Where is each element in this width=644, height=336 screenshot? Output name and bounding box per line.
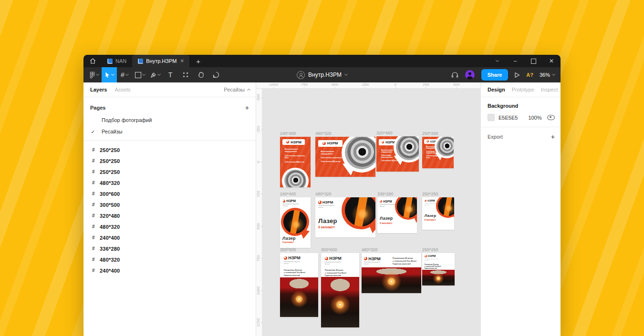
layer-row[interactable]: #300*600 (83, 188, 256, 199)
zoom-level-control[interactable]: 36% (540, 72, 555, 78)
layer-row[interactable]: #320*480 (83, 210, 256, 221)
chevron-down-icon (157, 72, 160, 76)
layer-row[interactable]: #480*320 (83, 177, 256, 188)
layer-row[interactable]: #480*320 (83, 254, 256, 265)
canvas-frame-250x250[interactable]: 250*250 НЗРМ Новосибирский завод резки м… (422, 253, 455, 285)
window-menu-button[interactable] (488, 55, 506, 67)
zoom-level: 36% (540, 72, 550, 78)
frame-label[interactable]: 250*250 (422, 131, 438, 136)
frame-label[interactable]: 250*250 (422, 247, 438, 252)
banner-red-landscape: НЗРМ »Высокомощное оборудование »Собстве… (315, 137, 375, 177)
canvas-frame-336x280[interactable]: 336*280 НЗРМ Новосибирский завод резки м… (377, 197, 417, 233)
frame-label[interactable]: 240*400 (280, 131, 296, 136)
new-tab-button[interactable]: + (189, 55, 207, 67)
document-title-chip[interactable]: Внутр.НЗРМ (297, 67, 347, 82)
tab-vnutr-nzrm[interactable]: Внутр.НЗРМ × (132, 55, 189, 67)
canvas-frame-240x400[interactable]: 240*400 НЗРМ »Высокомощное оборудование … (280, 137, 311, 187)
page-selector[interactable]: Ресайзы (224, 87, 250, 92)
background-opacity-value[interactable]: 100% (528, 115, 541, 121)
canvas-frame-480x320[interactable]: 480*320 НЗРМ Новосибирский завод резки м… (315, 197, 375, 237)
add-export-button[interactable]: + (551, 133, 555, 141)
resources-button[interactable] (178, 67, 193, 82)
page-item-current[interactable]: ✓ Ресайзы (83, 126, 256, 137)
frame-label[interactable]: 240*400 (280, 192, 296, 196)
frame-label[interactable]: 480*320 (362, 247, 378, 252)
layer-name: 240*400 (100, 268, 120, 274)
frame-label[interactable]: 250*250 (422, 192, 438, 196)
frame-label[interactable]: 300*600 (321, 247, 337, 252)
tab-nan[interactable]: NAN (102, 55, 132, 67)
frame-label[interactable]: 480*320 (315, 192, 332, 196)
canvas-frame-240x400[interactable]: 240*400 НЗРМ Новосибирский завод резки м… (280, 197, 311, 248)
shape-tool-button[interactable] (132, 67, 147, 82)
canvas-frame-250x250[interactable]: 250*250 НЗРМ Новосибирский завод резки м… (422, 197, 454, 230)
banner-title: Лазер (425, 214, 436, 218)
canvas-frame-320x480[interactable]: 320*480 НЗРМ »Высокомощное оборудование … (376, 136, 419, 172)
layer-row[interactable]: #250*250 (83, 166, 256, 177)
home-button[interactable] (83, 55, 102, 67)
share-button[interactable]: Share (481, 69, 509, 81)
tab-design[interactable]: Design (488, 87, 505, 92)
color-swatch[interactable] (488, 114, 495, 121)
layer-row[interactable]: #336*280 (83, 243, 256, 254)
nzrm-logo-icon (325, 257, 328, 260)
frame-label[interactable]: 480*320 (315, 131, 332, 136)
canvas-frame-250x250[interactable]: 250*250 НЗРМ »Высокомощное оборудование … (422, 137, 454, 168)
pen-tool-button[interactable] (147, 67, 163, 82)
hand-tool-button[interactable] (193, 67, 208, 82)
maximize-icon (531, 59, 536, 64)
layers-panel-header: Layers Assets Ресайзы (83, 82, 256, 97)
visibility-eye-icon[interactable] (547, 115, 555, 120)
user-avatar[interactable] (465, 70, 475, 80)
present-play-icon[interactable] (514, 72, 520, 78)
layer-list: #250*250 #250*250 #250*250 #480*320 #300… (83, 141, 256, 276)
frame-label[interactable]: 300*500 (280, 247, 296, 252)
text-tool-button[interactable]: T (163, 67, 178, 82)
banner-subtitle: 6 киловатт (425, 219, 436, 221)
layer-row[interactable]: #240*400 (83, 232, 256, 243)
page-item[interactable]: Подбор фотографий (83, 114, 256, 126)
layer-row[interactable]: #250*250 (83, 144, 256, 155)
main-menu-button[interactable] (86, 67, 102, 82)
plasma-cutting-photo (422, 270, 455, 285)
layer-row[interactable]: #250*250 (83, 155, 256, 166)
page-name: Подбор фотографий (102, 117, 152, 123)
tab-assets[interactable]: Assets (114, 87, 130, 92)
layer-row[interactable]: #300*500 (83, 199, 256, 210)
layer-row[interactable]: #480*320 (83, 221, 256, 232)
frame-icon: # (92, 224, 100, 229)
frame-label[interactable]: 320*480 (376, 131, 393, 135)
layer-name: 300*600 (100, 191, 120, 197)
move-tool-button[interactable] (102, 67, 117, 82)
comment-tool-button[interactable] (208, 67, 224, 82)
plasma-cutting-photo (280, 277, 318, 317)
frame-icon: # (92, 202, 100, 207)
frame-label[interactable]: 336*280 (377, 192, 394, 196)
maximize-button[interactable] (524, 55, 542, 67)
canvas[interactable]: -500 -250 0 250 500 750 1000 1250 -1000 … (256, 82, 480, 336)
close-window-button[interactable]: ✕ (542, 55, 561, 67)
tab-prototype[interactable]: Prototype (512, 87, 534, 92)
tab-inspect[interactable]: Inspect (541, 87, 558, 92)
background-label: Background (488, 103, 555, 109)
tab-layers[interactable]: Layers (90, 87, 107, 92)
close-tab-icon[interactable]: × (180, 58, 184, 64)
frame-tool-button[interactable]: # (117, 67, 132, 82)
frame-icon: # (92, 213, 100, 218)
laser-cutting-photo (397, 197, 417, 218)
nzrm-logo: НЗРМ Новосибирский завод резки металла (380, 200, 397, 207)
canvas-frame-480x320[interactable]: 480*320 НЗРМ »Высокомощное оборудование … (315, 137, 375, 177)
canvas-frame-300x600[interactable]: 300*600 НЗРМ Новосибирский завод резки м… (321, 253, 359, 327)
canvas-frame-480x320[interactable]: 480*320 НЗРМ Новосибирский завод резки м… (362, 253, 421, 293)
background-section: Background E5E5E5 100% (481, 97, 561, 127)
add-page-button[interactable]: + (245, 104, 249, 112)
banner-subtitle: 6 киловатт (282, 241, 294, 244)
minimize-button[interactable]: – (506, 55, 524, 67)
nzrm-logo: НЗРМ (282, 139, 305, 145)
layer-row[interactable]: #240*400 (83, 265, 256, 276)
canvas-frame-300x500[interactable]: 300*500 НЗРМ Новосибирский завод резки м… (280, 253, 318, 317)
background-hex-value[interactable]: E5E5E5 (499, 115, 518, 121)
missing-fonts-badge[interactable]: A? (526, 72, 533, 78)
audio-headphones-icon[interactable] (451, 71, 458, 78)
background-row: E5E5E5 100% (488, 114, 555, 121)
